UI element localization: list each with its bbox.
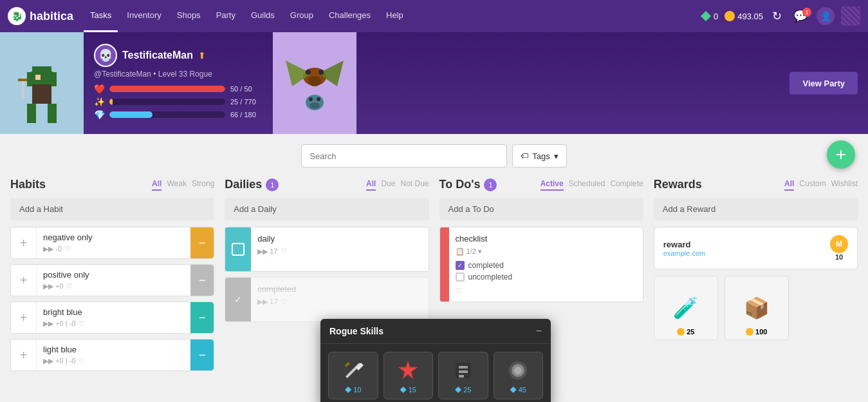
add-habit-area[interactable]: Add a Habit	[10, 198, 214, 220]
habit-content-positive: positive only ▶▶ +0 ♡	[37, 265, 190, 296]
svg-rect-4	[51, 72, 57, 86]
daily-checkbox-daily[interactable]	[232, 243, 245, 256]
chest-coin	[746, 328, 753, 336]
checkbox-completed-icon[interactable]: ✓	[456, 261, 465, 270]
habit-meta-bright: ▶▶ +0 | -0 ♡	[43, 320, 184, 328]
svg-rect-9	[18, 79, 27, 81]
add-task-button[interactable]: +	[827, 140, 855, 169]
daily-title-completed: completed	[257, 284, 421, 294]
habits-tab-weak[interactable]: Weak	[167, 179, 186, 191]
skill-cost-0: 10	[345, 386, 361, 387]
skill-btn-0[interactable]: 10	[328, 352, 378, 387]
dailies-tab-notdue[interactable]: Not Due	[400, 179, 429, 191]
notifications-button[interactable]: 💬 1	[791, 9, 810, 23]
reward-item-chest[interactable]: 📦 100	[725, 276, 789, 340]
habit-plus-btn-bright[interactable]: +	[11, 302, 37, 333]
skill-btn-3[interactable]: 45	[494, 352, 544, 387]
add-daily-area[interactable]: Add a Daily	[225, 198, 429, 220]
dailies-badge: 1	[266, 178, 279, 191]
todo-checkbox-completed: ✓ completed	[456, 261, 636, 270]
daily-heart-icon: ♡	[281, 247, 287, 256]
mp-icon: 💎	[94, 110, 104, 120]
tags-icon: 🏷	[521, 151, 528, 160]
nav-help[interactable]: Help	[380, 0, 410, 32]
habit-plus-btn-positive[interactable]: +	[11, 265, 37, 296]
nav-party[interactable]: Party	[210, 0, 242, 32]
rogue-popup-close-button[interactable]: −	[536, 325, 542, 337]
nav-tasks[interactable]: Tasks	[84, 0, 118, 32]
habit-card-positive: + positive only ▶▶ +0 ♡ −	[10, 264, 214, 296]
skill-btn-1[interactable]: 15	[383, 352, 434, 387]
daily-meta-val2: ▶▶ 17	[257, 298, 277, 306]
habit-plus-btn-light[interactable]: +	[11, 340, 37, 370]
todos-badge: 1	[484, 178, 497, 191]
hp-value: 50 / 50	[230, 85, 263, 93]
habits-tab-all[interactable]: All	[152, 179, 162, 191]
habit-minus-btn-negative[interactable]: −	[190, 227, 214, 258]
habits-header: Habits All Weak Strong	[10, 178, 214, 191]
potion-icon: 🧪	[673, 296, 699, 320]
daily-card-completed: ✓ completed ▶▶ 17 ♡	[225, 277, 429, 322]
todo-content: checklist 📋 1/2 ▾ ✓ completed uncomplete…	[449, 227, 643, 302]
nav-group[interactable]: Group	[284, 0, 320, 32]
habit-minus-btn-positive[interactable]: −	[190, 265, 214, 296]
dailies-tab-due[interactable]: Due	[381, 179, 395, 191]
habit-minus-btn-bright[interactable]: −	[190, 302, 214, 333]
chest-price: 100	[755, 328, 767, 336]
xp-bar-row: ✨ 25 / 770	[94, 97, 263, 107]
svg-rect-0	[32, 66, 51, 72]
svg-rect-6	[27, 104, 36, 123]
skill-cost-val-0: 10	[353, 386, 361, 387]
todos-tab-complete[interactable]: Complete	[610, 179, 643, 191]
nav-guilds[interactable]: Guilds	[245, 0, 281, 32]
rewards-tab-custom[interactable]: Custom	[799, 179, 826, 191]
svg-point-15	[308, 76, 321, 86]
nav-shops[interactable]: Shops	[171, 0, 207, 32]
hp-bar-row: ❤️ 50 / 50	[94, 84, 263, 94]
chest-icon: 📦	[744, 296, 770, 320]
gold-icon	[725, 11, 735, 21]
gold-count: 493.05	[725, 11, 763, 21]
search-input[interactable]	[301, 144, 507, 168]
nav-inventory[interactable]: Inventory	[120, 0, 167, 32]
nav-challenges[interactable]: Challenges	[322, 0, 377, 32]
rewards-tab-all[interactable]: All	[784, 179, 794, 191]
skill-btn-2[interactable]: 25	[438, 352, 488, 387]
todos-tab-scheduled[interactable]: Scheduled	[569, 179, 605, 191]
reward-card-custom[interactable]: reward example.com M 10	[654, 227, 858, 269]
todo-item-uncompleted: uncompleted	[468, 273, 513, 282]
svg-rect-27	[459, 375, 464, 378]
todo-count: 📋 1/2 ▾	[456, 247, 636, 256]
reward-link[interactable]: example.com	[663, 249, 705, 257]
habit-minus-btn-light[interactable]: −	[190, 340, 214, 370]
pet-area	[273, 32, 356, 134]
checkbox-uncompleted-icon[interactable]	[456, 273, 465, 282]
habit-title-light: light blue	[43, 345, 184, 354]
hp-icon: ❤️	[94, 84, 104, 94]
brand[interactable]: 🐉 habitica	[8, 7, 73, 25]
refresh-button[interactable]: ↻	[770, 9, 784, 23]
search-row: 🏷 Tags ▾	[10, 144, 858, 168]
habits-tab-strong[interactable]: Strong	[192, 179, 214, 191]
svg-rect-25	[459, 366, 468, 368]
dailies-tab-all[interactable]: All	[366, 179, 376, 191]
habits-title-row: Habits	[10, 178, 46, 191]
skill-cost-val-2: 25	[463, 386, 471, 387]
todo-dropdown-icon[interactable]: ▾	[478, 247, 482, 255]
habit-plus-btn-negative[interactable]: +	[11, 227, 37, 258]
add-reward-area[interactable]: Add a Reward	[654, 198, 858, 220]
menu-pattern[interactable]	[841, 6, 860, 26]
reward-item-potion[interactable]: 🧪 25	[654, 276, 718, 340]
user-avatar[interactable]: 👤	[817, 7, 835, 25]
profile-info: 💀 TestificateMan ⬆ @TestificateMan • Lev…	[84, 32, 273, 134]
rewards-tab-wishlist[interactable]: Wishlist	[831, 179, 858, 191]
habit-heart-icon: ♡	[64, 245, 71, 253]
view-party-button[interactable]: View Party	[790, 72, 858, 95]
daily-meta-val: ▶▶ 17	[257, 247, 277, 256]
habit-meta-light: ▶▶ +0 | -0 ♡	[43, 357, 184, 365]
todos-tab-active[interactable]: Active	[540, 179, 564, 191]
xp-icon: ✨	[94, 97, 104, 107]
tags-button[interactable]: 🏷 Tags ▾	[512, 144, 566, 168]
skill-cost-3: 45	[510, 386, 526, 387]
add-todo-area[interactable]: Add a To Do	[439, 198, 643, 220]
